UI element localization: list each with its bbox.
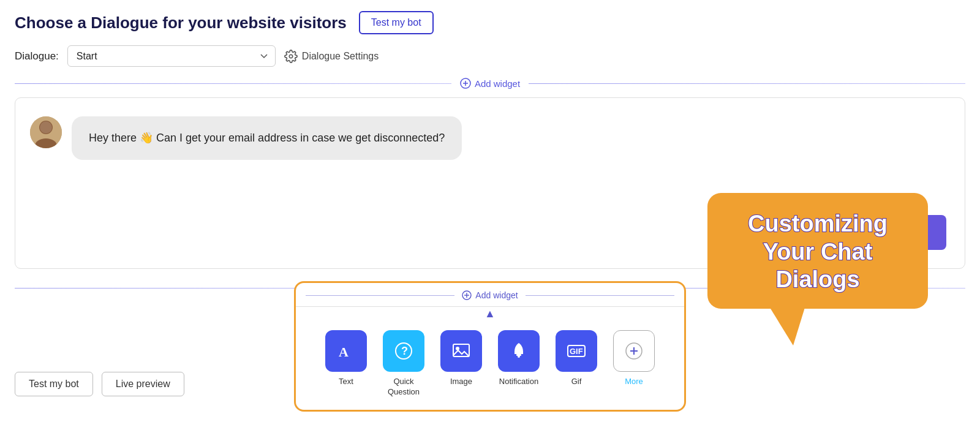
widget-panel-divider — [296, 306, 684, 307]
widget-item-gif[interactable]: GIF Gif — [552, 330, 601, 387]
widget-panel: Add widget ▲ A Text ? QuickQuestion — [294, 281, 686, 412]
widget-items: A Text ? QuickQuestion — [296, 319, 684, 398]
bell-icon — [508, 341, 529, 361]
add-widget-row-top: Add widget — [0, 75, 980, 91]
widget-label-text: Text — [339, 377, 353, 387]
more-icon — [624, 341, 644, 361]
text-icon: A — [336, 341, 356, 361]
widget-panel-add-label: Add widget — [475, 290, 518, 300]
test-my-bot-button[interactable]: Test my bot — [15, 372, 93, 396]
widget-label-quick-question: QuickQuestion — [388, 377, 420, 398]
widget-panel-add-row: Add widget — [296, 283, 684, 300]
widget-item-image[interactable]: Image — [437, 330, 486, 387]
widget-icon-box-gif: GIF — [556, 330, 597, 372]
widget-item-notification[interactable]: Notification — [494, 330, 543, 387]
dialogue-select[interactable]: Start — [67, 45, 276, 67]
dialogue-label: Dialogue: — [15, 50, 59, 62]
widget-icon-box-quick-question: ? — [383, 330, 424, 372]
add-widget-top-button[interactable]: Add widget — [451, 75, 529, 91]
plus-circle-icon — [460, 78, 471, 89]
svg-point-20 — [518, 355, 520, 358]
svg-point-7 — [40, 121, 52, 134]
add-widget-top-label: Add widget — [475, 78, 520, 89]
widget-panel-line-left — [306, 295, 454, 296]
avatar-image — [30, 116, 62, 148]
live-preview-button[interactable]: Live preview — [102, 372, 184, 396]
widget-icon-box-image — [440, 330, 482, 372]
chat-bubble: Hey there 👋 Can I get your email address… — [72, 116, 462, 160]
widget-icon-box-more — [613, 330, 655, 372]
header: Choose a Dialogue for your website visit… — [0, 0, 980, 42]
test-my-bot-header-button[interactable]: Test my bot — [359, 11, 434, 34]
widget-item-quick-question[interactable]: ? QuickQuestion — [379, 330, 428, 398]
widget-icon-box-text: A — [325, 330, 367, 372]
customizing-bubble: CustomizingYour ChatDialogs — [707, 193, 928, 309]
page-title: Choose a Dialogue for your website visit… — [15, 13, 347, 32]
svg-point-18 — [456, 347, 459, 350]
add-widget-line-right — [529, 83, 965, 84]
question-icon: ? — [393, 341, 414, 361]
dialogue-row: Dialogue: Start Dialogue Settings — [0, 42, 980, 75]
bottom-buttons: Test my bot Live preview — [15, 372, 184, 396]
dialogue-settings-button[interactable]: Dialogue Settings — [284, 50, 379, 63]
plus-circle-icon-panel — [462, 290, 472, 300]
widget-label-gif: Gif — [571, 377, 582, 387]
svg-point-0 — [289, 55, 293, 58]
widget-panel-add-button[interactable]: Add widget — [454, 290, 525, 300]
widget-panel-line-right — [526, 295, 674, 296]
svg-text:?: ? — [401, 345, 408, 357]
image-icon — [451, 341, 472, 361]
gear-icon — [284, 50, 298, 63]
customizing-title: CustomizingYour ChatDialogs — [722, 210, 913, 294]
avatar — [30, 116, 62, 148]
widget-label-more: More — [625, 377, 643, 387]
widget-icon-box-notification — [498, 330, 540, 372]
gif-icon: GIF — [566, 341, 587, 361]
widget-item-more[interactable]: More — [609, 330, 658, 387]
add-widget-line-left — [15, 83, 451, 84]
dialogue-settings-label: Dialogue Settings — [302, 51, 379, 62]
widget-label-notification: Notification — [499, 377, 538, 387]
chat-message-row: Hey there 👋 Can I get your email address… — [30, 116, 950, 160]
widget-caret: ▲ — [296, 308, 684, 319]
svg-text:A: A — [339, 344, 349, 360]
widget-label-image: Image — [450, 377, 472, 387]
svg-text:GIF: GIF — [570, 347, 583, 356]
chat-container: Hey there 👋 Can I get your email address… — [15, 97, 965, 269]
widget-item-text[interactable]: A Text — [322, 330, 371, 387]
